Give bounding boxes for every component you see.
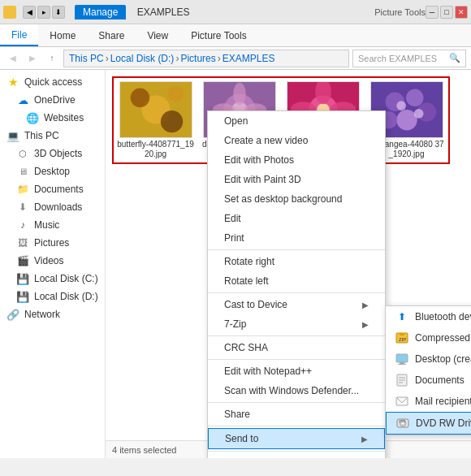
sidebar-item-websites[interactable]: 🌐 Websites	[0, 109, 105, 127]
sidebar-item-downloads[interactable]: ⬇ Downloads	[0, 198, 105, 216]
cm-set-desktop[interactable]: Set as desktop background	[208, 189, 385, 209]
cm-edit-photos[interactable]: Edit with Photos	[208, 150, 385, 170]
sidebar-item-onedrive[interactable]: ☁ OneDrive	[0, 91, 105, 109]
sidebar-item-local-c[interactable]: 💾 Local Disk (C:)	[0, 270, 105, 288]
sub-desktop-shortcut[interactable]: Desktop (create shortcut)	[386, 348, 471, 370]
cm-cast[interactable]: Cast to Device ▶	[208, 295, 385, 314]
path-locald[interactable]: Local Disk (D:)	[110, 53, 175, 64]
svg-point-3	[160, 110, 182, 132]
sub-mail[interactable]: Mail recipient	[386, 391, 471, 412]
cm-label-sendto: Send to	[225, 433, 258, 444]
window-title: Manage EXAMPLES	[75, 6, 361, 18]
sidebar-label-documents: Documents	[34, 184, 84, 195]
close-button[interactable]: ✕	[455, 6, 468, 19]
cm-notepad[interactable]: Edit with Notepad++	[208, 361, 385, 381]
path-thispc[interactable]: This PC	[69, 53, 104, 64]
forward-button[interactable]: ▶	[24, 50, 41, 67]
cm-label-create-video: Create a new video	[224, 135, 308, 146]
tab-view[interactable]: View	[136, 24, 179, 46]
up-button[interactable]: ↑	[44, 50, 60, 67]
sidebar-item-music[interactable]: ♪ Music	[0, 216, 105, 234]
tab-share[interactable]: Share	[87, 24, 136, 46]
svg-rect-31	[400, 362, 404, 364]
address-path[interactable]: This PC › Local Disk (D:) › Pictures › E…	[63, 50, 349, 67]
cm-edit-paint3d[interactable]: Edit with Paint 3D	[208, 170, 385, 189]
cm-edit[interactable]: Edit	[208, 209, 385, 228]
globe-icon: 🌐	[26, 111, 39, 124]
path-sep3: ›	[218, 53, 221, 64]
svg-text:DVD: DVD	[399, 419, 406, 423]
forward-tb-btn[interactable]: ▸	[37, 6, 50, 19]
minimize-button[interactable]: ─	[426, 6, 439, 19]
cm-label-set-desktop: Set as desktop background	[224, 193, 342, 205]
sub-label-bluetooth: Bluetooth device	[415, 311, 471, 322]
cm-print[interactable]: Print	[208, 228, 385, 248]
sub-bluetooth[interactable]: ⬆ Bluetooth device	[386, 306, 471, 327]
cm-open[interactable]: Open	[208, 111, 385, 131]
sub-label-dvd: DVD RW Drive (F:)	[416, 418, 471, 429]
back-tb-btn[interactable]: ◀	[23, 6, 36, 19]
send-to-submenu: ⬆ Bluetooth device ZIP Compressed (zippe…	[385, 305, 471, 435]
cm-arrow-cast: ▶	[362, 301, 369, 309]
zip-icon: ZIP	[395, 331, 408, 344]
cm-cut[interactable]: Cut	[208, 453, 385, 458]
cm-arrow-sendto: ▶	[361, 435, 368, 444]
disk-c-icon: 💾	[16, 272, 29, 285]
sidebar-item-3d-objects[interactable]: ⬡ 3D Objects	[0, 145, 105, 162]
cm-share[interactable]: Share	[208, 405, 385, 424]
svg-point-23	[396, 110, 417, 130]
cm-label-cut: Cut	[224, 457, 240, 458]
sub-label-zip: Compressed (zipped) folder	[415, 332, 471, 344]
search-icon: 🔍	[449, 53, 460, 63]
cm-rotate-right[interactable]: Rotate right	[208, 252, 385, 271]
cm-sep5	[208, 402, 385, 403]
maximize-button[interactable]: □	[440, 6, 453, 19]
cm-7zip[interactable]: 7-Zip ▶	[208, 314, 385, 334]
cm-label-rotate-right: Rotate right	[224, 256, 274, 267]
cm-sep7	[208, 451, 385, 452]
address-bar: ◀ ▶ ↑ This PC › Local Disk (D:) › Pictur…	[0, 47, 471, 70]
sidebar-label-videos: Videos	[34, 255, 63, 266]
sub-zip[interactable]: ZIP Compressed (zipped) folder	[386, 327, 471, 348]
sidebar-item-desktop[interactable]: 🖥 Desktop	[0, 162, 105, 180]
sidebar-item-network[interactable]: 🔗 Network	[0, 305, 105, 323]
cm-label-rotate-left: Rotate left	[224, 275, 269, 287]
properties-tb-btn[interactable]: ⬇	[52, 6, 65, 19]
cm-label-edit-photos: Edit with Photos	[224, 154, 294, 166]
cm-sep3	[208, 335, 385, 336]
sub-documents[interactable]: Documents	[386, 370, 471, 391]
downloads-icon: ⬇	[16, 201, 29, 214]
sidebar-label-3d: 3D Objects	[34, 148, 82, 159]
cm-rotate-left[interactable]: Rotate left	[208, 271, 385, 291]
path-examples[interactable]: EXAMPLES	[223, 53, 275, 64]
cm-defender[interactable]: Scan with Windows Defender...	[208, 381, 385, 400]
cm-sep6	[208, 426, 385, 426]
search-bar[interactable]: Search EXAMPLES 🔍	[352, 50, 466, 67]
sub-dvd[interactable]: DVD DVD RW Drive (F:)	[386, 412, 471, 435]
back-button[interactable]: ◀	[5, 50, 21, 67]
cm-sendto[interactable]: Send to ▶	[208, 428, 385, 449]
cm-crcsha[interactable]: CRC SHA	[208, 338, 385, 357]
sidebar-item-quick-access[interactable]: ★ Quick access	[0, 73, 105, 91]
svg-rect-30	[396, 354, 408, 362]
sidebar-item-this-pc[interactable]: 💻 This PC	[0, 127, 105, 145]
sidebar: ★ Quick access ☁ OneDrive 🌐 Websites 💻 T…	[0, 70, 106, 458]
window-name: EXAMPLES	[137, 6, 190, 18]
sidebar-item-videos[interactable]: 🎬 Videos	[0, 252, 105, 270]
cm-create-video[interactable]: Create a new video	[208, 131, 385, 150]
sidebar-item-pictures[interactable]: 🖼 Pictures	[0, 234, 105, 252]
path-pictures[interactable]: Pictures	[180, 53, 215, 64]
sidebar-item-local-d[interactable]: 💾 Local Disk (D:)	[0, 288, 105, 305]
cm-label-share: Share	[224, 409, 250, 420]
sidebar-item-documents[interactable]: 📁 Documents	[0, 180, 105, 198]
tab-file[interactable]: File	[0, 24, 38, 46]
cm-arrow-7zip: ▶	[362, 320, 369, 329]
sidebar-label-pictures: Pictures	[34, 237, 69, 249]
thumbnail-butterfly[interactable]: butterfly-4408771_1920.jpg	[117, 81, 194, 159]
sidebar-label-desktop: Desktop	[34, 166, 70, 177]
tab-home[interactable]: Home	[38, 24, 87, 46]
tab-picture-tools[interactable]: Picture Tools	[179, 24, 257, 46]
desktop-shortcut-icon	[395, 353, 408, 366]
window-controls: ─ □ ✕	[426, 6, 468, 19]
cm-label-edit: Edit	[224, 213, 241, 224]
